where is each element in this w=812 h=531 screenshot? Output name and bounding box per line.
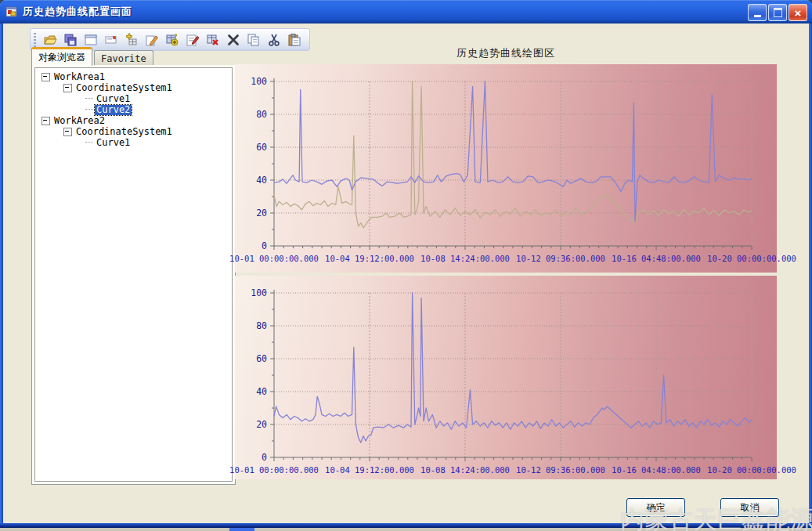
x-axis-tick-label: 10-04 19:12:00.000 (325, 465, 414, 475)
x-axis-tick-label: 10-16 04:48:00.000 (612, 254, 701, 263)
tree-node-label[interactable]: Curve1 (95, 138, 132, 148)
cut-scissors-icon (267, 33, 281, 47)
add-item-icon (125, 33, 139, 47)
tree-node-coordinatesystem1[interactable]: CoordinateSystem1 (35, 82, 232, 93)
add-table-icon (165, 33, 179, 47)
tree-connector (85, 142, 93, 143)
x-axis-tick-label: 10-08 14:24:00.000 (420, 465, 510, 475)
close-button[interactable]: × (789, 4, 807, 21)
sidebar-tabs: 对象浏览器 Favorite (31, 48, 153, 66)
x-axis-tick-label: 10-01 00:00:00.000 (229, 254, 319, 263)
minimize-icon (754, 15, 761, 17)
y-axis-tick-label: 20 (256, 208, 267, 219)
collapse-toggle-icon[interactable] (42, 73, 50, 81)
object-tree: WorkArea1CoordinateSystem1Curve1Curve2Wo… (34, 67, 233, 482)
tree-node-label[interactable]: Curve1 (95, 94, 132, 104)
x-axis-tick-label: 10-01 00:00:00.000 (229, 465, 319, 475)
edit-document-button[interactable] (184, 31, 201, 49)
delete-x-icon (226, 33, 240, 47)
edit-document-icon (186, 33, 200, 47)
textbox-icon (104, 33, 118, 47)
window-title: 历史趋势曲线配置画面 (23, 5, 132, 19)
close-icon: × (795, 7, 802, 19)
add-item-button[interactable] (123, 31, 140, 49)
collapse-toggle-icon[interactable] (63, 128, 72, 136)
y-axis-tick-label: 20 (256, 419, 267, 430)
y-axis-tick-label: 40 (256, 386, 267, 397)
x-axis-tick-label: 10-04 19:12:00.000 (325, 254, 414, 263)
taskbar-item[interactable] (229, 528, 254, 531)
window-border-right (809, 23, 812, 523)
y-axis-tick-label: 60 (256, 142, 267, 153)
tree-node-coordinatesystem1[interactable]: CoordinateSystem1 (35, 126, 232, 137)
x-axis-tick-label: 10-20 00:00:00.000 (707, 465, 796, 475)
toolbar-grip[interactable] (34, 33, 36, 47)
paste-icon (287, 33, 301, 47)
edit-pencil-icon (145, 33, 159, 47)
app-window: 历史趋势曲线配置画面 × 对象浏览器 (0, 0, 812, 528)
y-axis-tick-label: 100 (251, 287, 267, 298)
x-axis-tick-label: 10-08 14:24:00.000 (420, 254, 510, 263)
series-line-Curve1-purple (274, 81, 752, 222)
open-folder-icon (43, 33, 57, 47)
tree-node-label[interactable]: CoordinateSystem1 (74, 83, 174, 93)
y-axis-tick-label: 100 (251, 76, 267, 87)
y-axis-tick-label: 0 (262, 240, 267, 251)
tree-node-label[interactable]: Curve2 (95, 105, 132, 115)
y-axis-tick-label: 80 (256, 109, 267, 120)
chart-area-title: 历史趋势曲线绘图区 (235, 46, 777, 60)
window-border-left (0, 23, 3, 523)
object-browser-panel: WorkArea1CoordinateSystem1Curve1Curve2Wo… (31, 65, 236, 485)
collapse-toggle-icon[interactable] (63, 84, 72, 92)
y-axis-tick-label: 60 (256, 353, 267, 364)
screenshot-page: 历史趋势曲线配置画面 × 对象浏览器 (0, 0, 812, 531)
maximize-icon (774, 8, 782, 17)
x-axis-tick-label: 10-12 09:36:00.000 (516, 254, 605, 263)
title-bar[interactable]: 历史趋势曲线配置画面 × (0, 0, 812, 23)
tree-node-workarea2[interactable]: WorkArea2 (35, 115, 232, 126)
save-all-icon (63, 33, 78, 47)
tree-node-workarea1[interactable]: WorkArea1 (35, 71, 232, 82)
tree-node-curve2[interactable]: Curve2 (35, 104, 232, 115)
delete-table-button[interactable] (204, 31, 222, 49)
top-trend-chart: 02040608010010-01 00:00:00.00010-04 19:1… (235, 64, 777, 273)
tree-node-label[interactable]: WorkArea1 (52, 72, 106, 82)
tree-node-curve1[interactable]: Curve1 (35, 93, 232, 104)
window-controls: × (748, 4, 807, 21)
x-axis-tick-label: 10-12 09:36:00.000 (516, 465, 605, 475)
chart-canvas: 02040608010010-01 00:00:00.00010-04 19:1… (235, 276, 777, 479)
tab-favorite[interactable]: Favorite (94, 50, 153, 66)
series-line-Curve1-purple (274, 293, 752, 442)
y-axis-tick-label: 80 (256, 320, 267, 331)
rename-button[interactable] (103, 31, 120, 49)
save-all-button[interactable] (62, 31, 79, 49)
tree-node-curve1[interactable]: Curve1 (35, 137, 232, 148)
minimize-button[interactable] (748, 4, 767, 21)
series-line-Curve2-tan (274, 81, 752, 228)
chart-canvas: 02040608010010-01 00:00:00.00010-04 19:1… (235, 64, 777, 273)
tree-connector (85, 109, 93, 110)
y-axis-tick-label: 0 (262, 452, 267, 463)
add-table-button[interactable] (164, 31, 181, 49)
tree-node-label[interactable]: CoordinateSystem1 (74, 127, 174, 137)
x-axis-tick-label: 10-16 04:48:00.000 (612, 465, 701, 475)
app-icon (5, 5, 19, 18)
y-axis-tick-label: 40 (256, 175, 267, 186)
bottom-trend-chart: 02040608010010-01 00:00:00.00010-04 19:1… (235, 276, 777, 479)
new-window-icon (84, 33, 98, 47)
copy-icon (247, 33, 261, 47)
open-button[interactable] (42, 31, 59, 49)
delete-table-icon (206, 33, 220, 47)
x-axis-tick-label: 10-20 00:00:00.000 (707, 254, 796, 263)
edit-button[interactable] (143, 31, 161, 49)
new-button[interactable] (82, 31, 99, 49)
watermark-text: 内蒙古天巨鑫能源 (620, 504, 812, 531)
tree-node-label[interactable]: WorkArea2 (52, 116, 106, 126)
tree-connector (85, 98, 93, 99)
collapse-toggle-icon[interactable] (42, 117, 50, 125)
tab-object-browser[interactable]: 对象浏览器 (31, 47, 92, 66)
maximize-button[interactable] (768, 4, 787, 21)
